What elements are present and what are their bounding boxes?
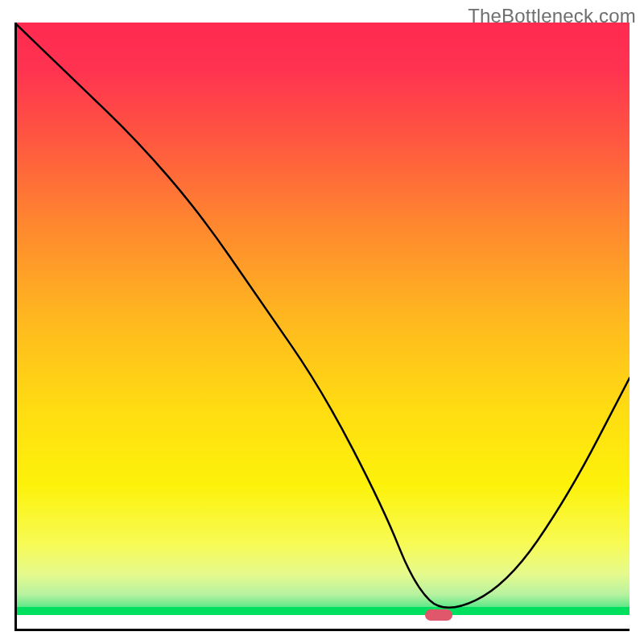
watermark-text: TheBottleneck.com: [468, 5, 636, 27]
bottleneck-curve: [14, 23, 630, 631]
optimal-marker: [425, 609, 452, 621]
y-axis: [14, 23, 17, 631]
plot-area: [14, 23, 630, 631]
x-axis: [14, 629, 630, 631]
bottleneck-chart: TheBottleneck.com: [0, 0, 644, 644]
